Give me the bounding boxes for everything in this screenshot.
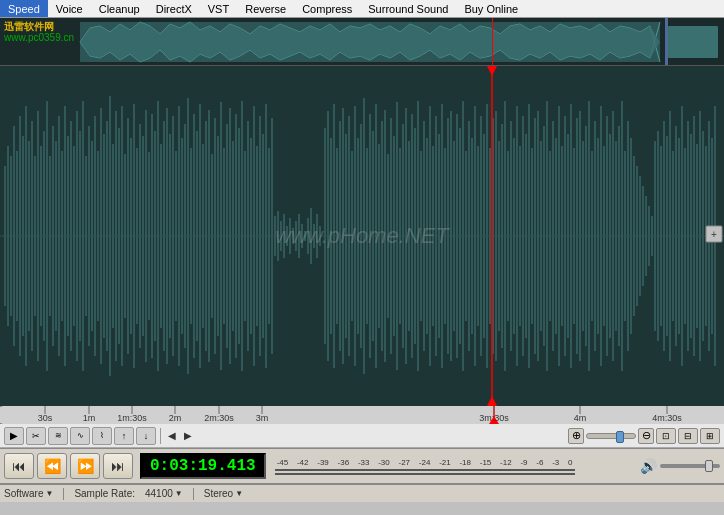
- svg-text:2m:30s: 2m:30s: [204, 413, 234, 423]
- toolbar-btn-wave2[interactable]: ∿: [70, 427, 90, 445]
- sample-rate-chevron: ▼: [175, 489, 183, 498]
- stereo-chevron: ▼: [235, 489, 243, 498]
- transport-rewind[interactable]: ⏪: [37, 453, 67, 479]
- zoom-extra-btn[interactable]: ⊞: [700, 428, 720, 444]
- vu-meter-2: [275, 473, 575, 475]
- menu-compress[interactable]: Compress: [294, 0, 360, 17]
- svg-text:30s: 30s: [38, 413, 53, 423]
- vu-label-neg6: -6: [536, 458, 543, 467]
- zoom-slider[interactable]: [586, 433, 636, 439]
- status-sep-1: [63, 488, 64, 500]
- zoom-thumb: [616, 431, 624, 443]
- vu-label-neg33: -33: [358, 458, 370, 467]
- svg-text:4m:30s: 4m:30s: [652, 413, 682, 423]
- toolbar-btn-select[interactable]: ▶: [4, 427, 24, 445]
- software-dropdown[interactable]: Software ▼: [4, 488, 53, 499]
- menu-buy-online[interactable]: Buy Online: [456, 0, 526, 17]
- menu-reverse[interactable]: Reverse: [237, 0, 294, 17]
- toolbar-prev-arrow[interactable]: ◀: [165, 429, 179, 443]
- menu-voice[interactable]: Voice: [48, 0, 91, 17]
- menu-cleanup[interactable]: Cleanup: [91, 0, 148, 17]
- toolbar-btn-wave1[interactable]: ≋: [48, 427, 68, 445]
- toolbar-btn-wave3[interactable]: ⌇: [92, 427, 112, 445]
- svg-rect-2: [668, 26, 718, 58]
- stereo-dropdown[interactable]: Stereo ▼: [204, 488, 243, 499]
- transport-to-start[interactable]: ⏮: [4, 453, 34, 479]
- toolbar-row: ▶ ✂ ≋ ∿ ⌇ ↑ ↓ ◀ ▶ ⊕ ⊖ ⊡ ⊟ ⊞: [0, 424, 724, 448]
- vu-label-neg15: -15: [480, 458, 492, 467]
- waveform-svg: +: [0, 66, 724, 406]
- volume-thumb: [705, 460, 713, 472]
- svg-text:2m: 2m: [169, 413, 182, 423]
- software-label: Software: [4, 488, 43, 499]
- waveform-container[interactable]: + www.pHome.NET: [0, 66, 724, 406]
- zoom-fit-btn[interactable]: ⊡: [656, 428, 676, 444]
- software-chevron: ▼: [45, 489, 53, 498]
- vu-label-neg45: -45: [277, 458, 289, 467]
- svg-text:1m:30s: 1m:30s: [117, 413, 147, 423]
- sample-rate-value: 44100: [145, 488, 173, 499]
- speaker-icon: 🔊: [640, 458, 657, 474]
- overview-waveform: // We'll draw via inline SVG shapes stat…: [0, 18, 724, 65]
- transport-forward[interactable]: ⏩: [70, 453, 100, 479]
- status-bar: Software ▼ Sample Rate: 44100 ▼ Stereo ▼: [0, 484, 724, 502]
- vu-label-neg36: -36: [338, 458, 350, 467]
- transport-to-end[interactable]: ⏭: [103, 453, 133, 479]
- menu-bar: Speed Voice Cleanup DirectX VST Reverse …: [0, 0, 724, 18]
- time-display: 0:03:19.413: [140, 453, 266, 479]
- status-sep-2: [193, 488, 194, 500]
- volume-area: 🔊: [640, 458, 720, 474]
- vu-label-neg39: -39: [317, 458, 329, 467]
- timeline-svg: 30s 1m 1m:30s 2m 2m:30s 3m 3m:30s 4m 4m:…: [2, 406, 724, 424]
- svg-text:3m:30s: 3m:30s: [479, 413, 509, 423]
- vu-label-neg21: -21: [439, 458, 451, 467]
- vu-label-neg30: -30: [378, 458, 390, 467]
- menu-surround-sound[interactable]: Surround Sound: [360, 0, 456, 17]
- overview-strip[interactable]: // We'll draw via inline SVG shapes stat…: [0, 18, 724, 66]
- vu-area: -45 -42 -39 -36 -33 -30 -27 -24 -21 -18 …: [275, 458, 633, 475]
- toolbar-next-arrow[interactable]: ▶: [181, 429, 195, 443]
- svg-text:1m: 1m: [83, 413, 96, 423]
- sample-rate-dropdown[interactable]: 44100 ▼: [145, 488, 183, 499]
- timeline-ruler: 30s 1m 1m:30s 2m 2m:30s 3m 3m:30s 4m 4m:…: [0, 406, 724, 424]
- menu-speed[interactable]: Speed: [0, 0, 48, 17]
- toolbar-sep1: [160, 428, 161, 444]
- volume-slider[interactable]: [660, 464, 720, 468]
- zoom-in-btn[interactable]: ⊕: [568, 428, 584, 444]
- svg-text:3m: 3m: [256, 413, 269, 423]
- sample-rate-label: Sample Rate:: [74, 488, 135, 499]
- vu-label-neg3: -3: [552, 458, 559, 467]
- vu-label-neg24: -24: [419, 458, 431, 467]
- toolbar-btn-cut[interactable]: ✂: [26, 427, 46, 445]
- transport-bar: ⏮ ⏪ ⏩ ⏭ 0:03:19.413 -45 -42 -39 -36 -33 …: [0, 448, 724, 484]
- vu-label-neg42: -42: [297, 458, 309, 467]
- zoom-select-btn[interactable]: ⊟: [678, 428, 698, 444]
- vu-meter: [275, 469, 575, 471]
- svg-rect-3: [665, 18, 668, 65]
- vu-label-neg18: -18: [459, 458, 471, 467]
- vu-label-neg12: -12: [500, 458, 512, 467]
- svg-text:+: +: [711, 229, 717, 240]
- overview-watermark2: www.pc0359.cn: [4, 32, 74, 43]
- vu-label-neg9: -9: [520, 458, 527, 467]
- toolbar-btn-up[interactable]: ↑: [114, 427, 134, 445]
- zoom-out-btn[interactable]: ⊖: [638, 428, 654, 444]
- vu-label-neg27: -27: [399, 458, 411, 467]
- vu-label-0: 0: [568, 458, 572, 467]
- zoom-controls: ⊕ ⊖ ⊡ ⊟ ⊞: [568, 428, 720, 444]
- overview-playhead: [492, 18, 493, 65]
- menu-directx[interactable]: DirectX: [148, 0, 200, 17]
- toolbar-btn-down[interactable]: ↓: [136, 427, 156, 445]
- menu-vst[interactable]: VST: [200, 0, 237, 17]
- stereo-label: Stereo: [204, 488, 233, 499]
- svg-text:4m: 4m: [574, 413, 587, 423]
- svg-rect-485: [2, 406, 724, 424]
